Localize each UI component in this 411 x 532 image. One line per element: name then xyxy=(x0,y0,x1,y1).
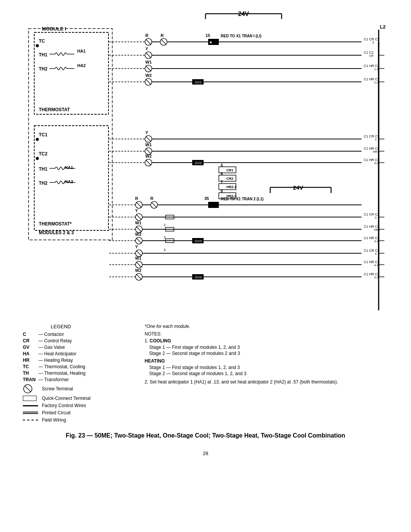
hr2-1-label: HR2-1 xyxy=(226,185,236,189)
legend-dash-tran: — xyxy=(37,377,44,382)
c1-cr-c2-3: C1 CR C2 xyxy=(364,134,379,138)
printed-circuit-label: Printed Circuit xyxy=(42,410,70,415)
svg-line-27 xyxy=(146,53,151,58)
th1-m2: TH1 xyxy=(39,166,48,172)
red-tran1-label: RED TO X1 TRAN I (LI) xyxy=(221,34,261,38)
red-tran2-label: RED TO X1 TRAN 2 (L1) xyxy=(221,197,264,201)
legend-screw-terminal-row: Screw Terminal xyxy=(23,384,129,394)
legend-code-tran: TRAN xyxy=(23,377,37,382)
legend-title: LEGEND xyxy=(0,324,129,329)
legend-row-hr: HR — Heating Relay xyxy=(23,358,129,363)
legend-desc-c: Contactor xyxy=(44,332,64,337)
legend-desc-gv: Gas Valve xyxy=(44,345,65,350)
note2: 2. Set heat anticipator 1 (HA1) at .13, … xyxy=(145,379,388,385)
hr-1-2: 1-2 xyxy=(374,81,379,84)
c1-cr-c2-3b: C1 CR C2 xyxy=(364,212,379,216)
legend-row-gv: GV — Gas Valve xyxy=(23,345,129,350)
svg-point-12 xyxy=(36,157,39,160)
tc1-label: TC1 xyxy=(39,132,48,137)
legend-desc-ha: Heat Anticipator xyxy=(44,351,76,356)
svg-line-33 xyxy=(146,79,151,85)
c1-cr1-c2-label: C1 CR C2 xyxy=(364,37,379,41)
gv4-box: GV4 xyxy=(195,275,202,279)
cr-3b: 3 xyxy=(375,216,377,219)
legend-quick-connect-row: Quick-Connect Terminal xyxy=(23,396,129,401)
svg-line-62 xyxy=(136,214,142,220)
svg-line-78 xyxy=(136,262,142,267)
legend-code-hr: HR xyxy=(23,358,37,363)
ha2-label-m1: HA2 xyxy=(77,63,86,68)
th1-label: TH1 xyxy=(39,52,48,58)
modules23-label: MODULES 2 & 3 xyxy=(39,230,74,235)
heating-header: HEATING xyxy=(145,358,388,364)
y-label-m2: Y xyxy=(145,130,148,135)
legend-dash-tc: — xyxy=(37,364,44,369)
screw-terminal-label: Screw Terminal xyxy=(42,386,73,391)
tc-label: TC xyxy=(39,38,45,44)
legend-desc-th: Thermostat, Heating xyxy=(44,371,86,376)
legend-desc-tran: Transformer xyxy=(44,377,69,382)
svg-line-21 xyxy=(161,39,166,45)
num7: 7 xyxy=(221,180,223,184)
legend-row-tran: TRAN — Transformer xyxy=(23,377,129,382)
legend-row-ha: HA — Heat Anticipator xyxy=(23,351,129,356)
legend-desc-hr: Heating Relay xyxy=(44,358,73,363)
svg-point-11 xyxy=(36,138,39,141)
svg-point-5 xyxy=(36,44,39,47)
gv3-box: GV3 xyxy=(195,239,202,243)
legend-row-tc: TC — Thermostat, Cooling xyxy=(23,364,129,369)
num4-m3: 4 xyxy=(164,248,166,252)
w2-label-m3: W2 xyxy=(135,232,142,236)
thermostat2-label: THERMOSTAT* xyxy=(39,221,72,227)
quick-connect-symbol xyxy=(23,396,42,401)
diagram-container: 24V L2 MODULE I TC TH1 HA1 xyxy=(0,0,411,320)
svg-rect-59 xyxy=(208,202,219,208)
printed-circuit-symbol xyxy=(23,412,42,414)
svg-line-81 xyxy=(136,274,142,280)
svg-line-75 xyxy=(136,251,142,256)
legend-code-gv: GV xyxy=(23,345,37,350)
35-label: 35 xyxy=(204,196,209,201)
svg-line-112 xyxy=(25,386,31,392)
legend-code-cr: CR xyxy=(23,338,37,343)
svg-line-70 xyxy=(136,238,142,243)
cooling-stage2: Stage 2 — Second stage of modules 2 and … xyxy=(149,351,388,356)
legend-printed-circuit-row: Printed Circuit xyxy=(23,410,129,415)
legend-row-cr: CR — Control Relay xyxy=(23,338,129,343)
legend-dash-cr: — xyxy=(37,338,44,343)
legend-dash-c: — xyxy=(37,332,44,337)
svg-line-40 xyxy=(146,149,151,154)
legend-dash-gv: — xyxy=(37,345,44,350)
w2-label-1: W2 xyxy=(145,73,152,78)
asterisk-note: *One for each module. xyxy=(145,324,388,329)
y-label-m3: Y xyxy=(135,208,138,213)
gv2-box: GV2 xyxy=(195,161,202,165)
cr1-label: CR1 xyxy=(226,168,233,172)
svg-rect-4 xyxy=(34,32,108,114)
legend-row-c: C — Contactor xyxy=(23,332,129,337)
num6: 6 xyxy=(221,172,223,176)
num8: 8 xyxy=(221,189,223,193)
legend-dash-th: — xyxy=(37,371,44,376)
w1-label-m3: W1 xyxy=(135,220,142,225)
legend-left: LEGEND C — Contactor CR — Control Relay … xyxy=(23,324,129,425)
r-label-2: R xyxy=(161,33,164,38)
legend-right: *One for each module. NOTES: 1. COOLING … xyxy=(145,324,388,425)
legend-dash-ha: — xyxy=(37,351,44,356)
hr-m3-1: HR1 xyxy=(374,228,381,232)
legend-dash-hr: — xyxy=(37,358,44,363)
r-label-1: R xyxy=(145,33,148,38)
screw-terminal-symbol xyxy=(23,384,42,394)
w2-label-m4: W2 xyxy=(135,268,142,273)
hr-1-1: 1-1 xyxy=(374,67,379,71)
r-label-bot-2: R xyxy=(150,196,153,201)
num5: 5 xyxy=(221,163,223,168)
heating-stage1: Stage 1 — First stage of modules 1, 2, a… xyxy=(149,365,388,370)
field-wiring-label: Field Wiring xyxy=(42,417,66,423)
svg-line-56 xyxy=(151,202,157,208)
hr-4-2: 4-2 xyxy=(374,276,379,279)
l2-label: L2 xyxy=(380,24,386,30)
y-label-m4: Y xyxy=(135,244,138,249)
legend-factory-wire-row: Factory Control Wires xyxy=(23,403,129,408)
tc2-label: TC2 xyxy=(39,151,48,157)
